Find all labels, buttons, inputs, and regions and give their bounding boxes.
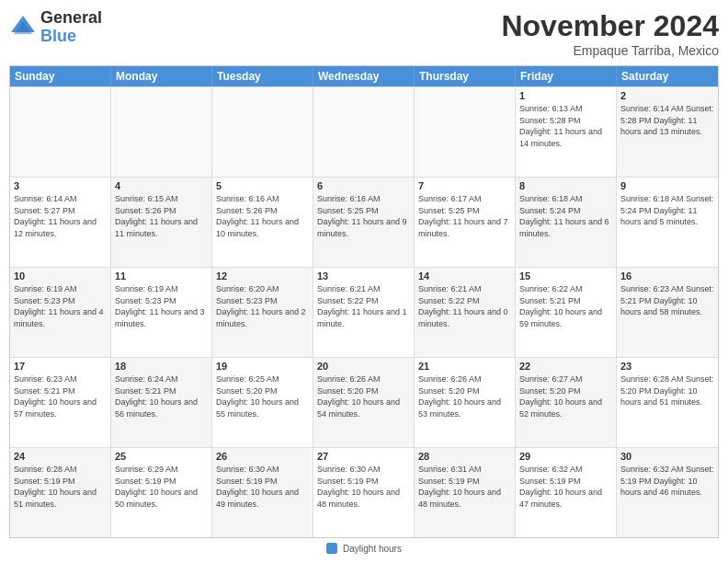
calendar-header-cell-thursday: Thursday (415, 66, 516, 86)
day-number: 11 (115, 270, 208, 282)
day-info: Sunrise: 6:28 AM Sunset: 5:19 PM Dayligh… (14, 464, 107, 510)
day-info: Sunrise: 6:25 AM Sunset: 5:20 PM Dayligh… (216, 373, 309, 419)
day-number: 19 (216, 361, 309, 372)
day-info: Sunrise: 6:14 AM Sunset: 5:27 PM Dayligh… (14, 193, 107, 239)
calendar-cell (111, 87, 212, 177)
location: Empaque Tarriba, Mexico (501, 43, 719, 58)
day-number: 3 (14, 180, 107, 191)
logo: General Blue (9, 9, 102, 46)
day-info: Sunrise: 6:21 AM Sunset: 5:22 PM Dayligh… (418, 283, 511, 329)
day-number: 23 (620, 361, 714, 372)
calendar-header-cell-wednesday: Wednesday (313, 66, 415, 86)
calendar: SundayMondayTuesdayWednesdayThursdayFrid… (9, 65, 719, 538)
day-info: Sunrise: 6:30 AM Sunset: 5:19 PM Dayligh… (317, 464, 410, 510)
calendar-cell: 25Sunrise: 6:29 AM Sunset: 5:19 PM Dayli… (111, 448, 212, 537)
calendar-cell: 8Sunrise: 6:18 AM Sunset: 5:24 PM Daylig… (516, 178, 617, 267)
day-info: Sunrise: 6:16 AM Sunset: 5:25 PM Dayligh… (317, 193, 410, 239)
logo-icon (9, 14, 37, 41)
calendar-header-cell-sunday: Sunday (10, 66, 111, 86)
calendar-header-cell-friday: Friday (516, 66, 617, 86)
day-info: Sunrise: 6:26 AM Sunset: 5:20 PM Dayligh… (418, 373, 511, 419)
day-number: 24 (14, 451, 107, 462)
calendar-cell: 15Sunrise: 6:22 AM Sunset: 5:21 PM Dayli… (516, 268, 617, 357)
day-info: Sunrise: 6:13 AM Sunset: 5:28 PM Dayligh… (519, 103, 612, 149)
day-number: 8 (519, 180, 612, 191)
day-number: 9 (620, 180, 714, 191)
calendar-cell: 12Sunrise: 6:20 AM Sunset: 5:23 PM Dayli… (212, 268, 313, 357)
page: General Blue November 2024 Empaque Tarri… (0, 0, 728, 563)
day-info: Sunrise: 6:23 AM Sunset: 5:21 PM Dayligh… (620, 283, 714, 318)
calendar-row-1: 3Sunrise: 6:14 AM Sunset: 5:27 PM Daylig… (10, 177, 718, 267)
calendar-cell: 30Sunrise: 6:32 AM Sunset: 5:19 PM Dayli… (617, 448, 718, 537)
day-number: 6 (317, 180, 410, 191)
day-number: 14 (418, 270, 511, 282)
calendar-cell: 2Sunrise: 6:14 AM Sunset: 5:28 PM Daylig… (617, 87, 718, 177)
calendar-header-cell-tuesday: Tuesday (212, 66, 313, 86)
day-number: 25 (115, 451, 208, 462)
day-info: Sunrise: 6:21 AM Sunset: 5:22 PM Dayligh… (317, 283, 410, 329)
calendar-cell: 24Sunrise: 6:28 AM Sunset: 5:19 PM Dayli… (10, 448, 111, 537)
day-number: 20 (317, 361, 410, 372)
day-number: 10 (14, 270, 107, 282)
day-info: Sunrise: 6:31 AM Sunset: 5:19 PM Dayligh… (418, 464, 511, 510)
day-info: Sunrise: 6:23 AM Sunset: 5:21 PM Dayligh… (14, 373, 107, 419)
calendar-cell: 3Sunrise: 6:14 AM Sunset: 5:27 PM Daylig… (10, 178, 111, 267)
calendar-cell: 10Sunrise: 6:19 AM Sunset: 5:23 PM Dayli… (10, 268, 111, 357)
calendar-cell: 22Sunrise: 6:27 AM Sunset: 5:20 PM Dayli… (516, 358, 617, 447)
day-number: 4 (115, 180, 208, 191)
day-info: Sunrise: 6:24 AM Sunset: 5:21 PM Dayligh… (115, 373, 208, 419)
calendar-cell: 11Sunrise: 6:19 AM Sunset: 5:23 PM Dayli… (111, 268, 212, 357)
calendar-cell: 23Sunrise: 6:28 AM Sunset: 5:20 PM Dayli… (617, 358, 718, 447)
calendar-header-cell-monday: Monday (111, 66, 212, 86)
footer-label: Daylight hours (343, 544, 402, 554)
day-number: 1 (519, 90, 612, 101)
calendar-row-2: 10Sunrise: 6:19 AM Sunset: 5:23 PM Dayli… (10, 267, 718, 357)
logo-general-text: General (40, 9, 102, 28)
day-number: 5 (216, 180, 309, 191)
calendar-cell: 28Sunrise: 6:31 AM Sunset: 5:19 PM Dayli… (415, 448, 516, 537)
day-number: 26 (216, 451, 309, 462)
day-number: 2 (620, 90, 714, 101)
day-number: 13 (317, 270, 410, 282)
calendar-cell (313, 87, 415, 177)
day-info: Sunrise: 6:14 AM Sunset: 5:28 PM Dayligh… (620, 103, 714, 138)
day-number: 7 (418, 180, 511, 191)
calendar-cell (10, 87, 111, 177)
day-info: Sunrise: 6:20 AM Sunset: 5:23 PM Dayligh… (216, 283, 309, 329)
title-section: November 2024 Empaque Tarriba, Mexico (501, 9, 719, 58)
calendar-cell: 29Sunrise: 6:32 AM Sunset: 5:19 PM Dayli… (516, 448, 617, 537)
calendar-body: 1Sunrise: 6:13 AM Sunset: 5:28 PM Daylig… (10, 86, 718, 537)
day-number: 27 (317, 451, 410, 462)
day-info: Sunrise: 6:15 AM Sunset: 5:26 PM Dayligh… (115, 193, 208, 239)
day-info: Sunrise: 6:18 AM Sunset: 5:24 PM Dayligh… (519, 193, 612, 239)
calendar-cell: 9Sunrise: 6:18 AM Sunset: 5:24 PM Daylig… (617, 178, 718, 267)
calendar-cell: 5Sunrise: 6:16 AM Sunset: 5:26 PM Daylig… (212, 178, 313, 267)
logo-text: General Blue (40, 9, 102, 46)
calendar-header-cell-saturday: Saturday (617, 66, 718, 86)
day-number: 30 (620, 451, 714, 462)
calendar-cell: 4Sunrise: 6:15 AM Sunset: 5:26 PM Daylig… (111, 178, 212, 267)
calendar-cell: 26Sunrise: 6:30 AM Sunset: 5:19 PM Dayli… (212, 448, 313, 537)
calendar-cell: 21Sunrise: 6:26 AM Sunset: 5:20 PM Dayli… (415, 358, 516, 447)
calendar-row-3: 17Sunrise: 6:23 AM Sunset: 5:21 PM Dayli… (10, 357, 718, 447)
day-number: 28 (418, 451, 511, 462)
calendar-cell: 14Sunrise: 6:21 AM Sunset: 5:22 PM Dayli… (415, 268, 516, 357)
calendar-header: SundayMondayTuesdayWednesdayThursdayFrid… (10, 66, 718, 86)
day-number: 18 (115, 361, 208, 372)
calendar-cell (212, 87, 313, 177)
calendar-cell: 13Sunrise: 6:21 AM Sunset: 5:22 PM Dayli… (313, 268, 415, 357)
calendar-cell: 19Sunrise: 6:25 AM Sunset: 5:20 PM Dayli… (212, 358, 313, 447)
calendar-cell: 16Sunrise: 6:23 AM Sunset: 5:21 PM Dayli… (617, 268, 718, 357)
calendar-cell: 20Sunrise: 6:26 AM Sunset: 5:20 PM Dayli… (313, 358, 415, 447)
day-number: 17 (14, 361, 107, 372)
day-info: Sunrise: 6:29 AM Sunset: 5:19 PM Dayligh… (115, 464, 208, 510)
calendar-cell: 7Sunrise: 6:17 AM Sunset: 5:25 PM Daylig… (415, 178, 516, 267)
day-info: Sunrise: 6:26 AM Sunset: 5:20 PM Dayligh… (317, 373, 410, 419)
calendar-cell: 17Sunrise: 6:23 AM Sunset: 5:21 PM Dayli… (10, 358, 111, 447)
calendar-cell: 1Sunrise: 6:13 AM Sunset: 5:28 PM Daylig… (516, 87, 617, 177)
calendar-cell: 6Sunrise: 6:16 AM Sunset: 5:25 PM Daylig… (313, 178, 415, 267)
calendar-cell: 27Sunrise: 6:30 AM Sunset: 5:19 PM Dayli… (313, 448, 415, 537)
day-info: Sunrise: 6:18 AM Sunset: 5:24 PM Dayligh… (620, 193, 714, 228)
footer-dot (326, 543, 337, 554)
day-number: 22 (519, 361, 612, 372)
